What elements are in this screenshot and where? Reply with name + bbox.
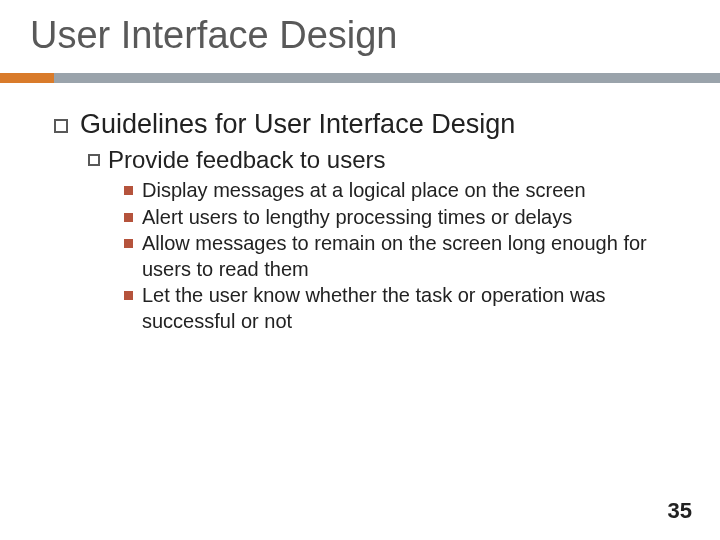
level3-list: Display messages at a logical place on t… [124,178,680,335]
page-number: 35 [668,498,692,524]
bullet-level-1: Guidelines for User Interface Design [54,109,680,140]
level1-text: Guidelines for User Interface Design [80,109,515,140]
list-item: Let the user know whether the task or op… [124,283,680,334]
title-underline [0,73,720,83]
list-item: Allow messages to remain on the screen l… [124,231,680,282]
slide-title: User Interface Design [0,0,720,67]
list-item: Display messages at a logical place on t… [124,178,680,204]
hollow-square-icon [54,119,68,133]
level2-text: Provide feedback to users [108,146,386,174]
underline-orange [0,73,54,83]
list-item: Alert users to lengthy processing times … [124,205,680,231]
underline-grey [0,73,720,83]
slide-content: Guidelines for User Interface Design Pro… [0,83,720,335]
hollow-square-icon [88,154,100,166]
bullet-level-2: Provide feedback to users [88,146,680,174]
